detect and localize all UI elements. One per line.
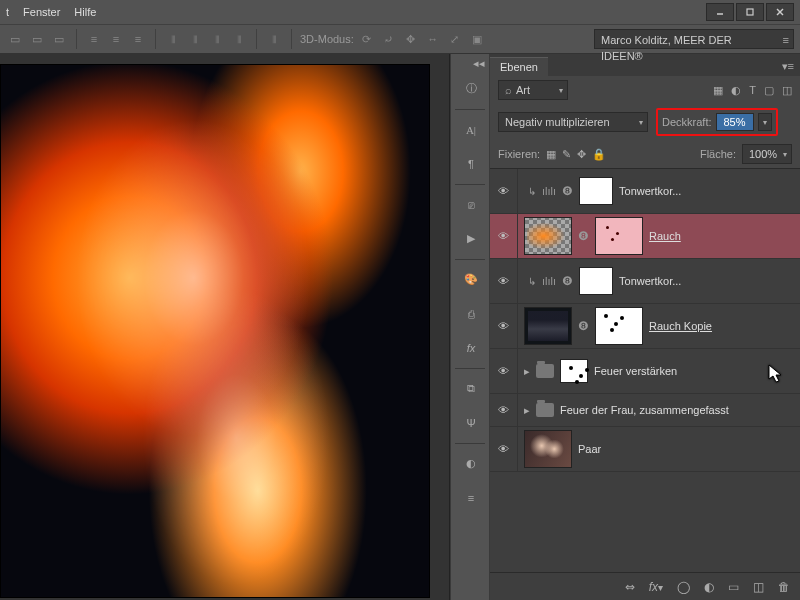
timeline-panel-icon[interactable]: ⎚ xyxy=(451,188,491,222)
layer-name[interactable]: Paar xyxy=(578,443,601,455)
lock-pixels-icon[interactable]: ✎ xyxy=(562,148,571,161)
filter-smart-icon[interactable]: ◫ xyxy=(782,84,792,97)
layer-row-group[interactable]: 👁 ▸ Feuer verstärken xyxy=(490,349,800,394)
delete-layer-icon[interactable]: 🗑 xyxy=(778,580,790,594)
layer-row[interactable]: 👁 Paar xyxy=(490,427,800,472)
disclosure-triangle-icon[interactable]: ▸ xyxy=(524,365,530,378)
opacity-label: Deckkraft: xyxy=(662,116,712,128)
visibility-toggle-icon[interactable]: 👁 xyxy=(490,394,518,426)
distribute-icon[interactable]: ⦀ xyxy=(208,30,226,48)
group-mask-thumbnail[interactable] xyxy=(560,359,588,383)
visibility-toggle-icon[interactable]: 👁 xyxy=(490,304,518,348)
actions-panel-icon[interactable]: ▶ xyxy=(451,222,491,256)
layer-mask-thumbnail[interactable] xyxy=(595,217,643,255)
align-icon[interactable]: ▭ xyxy=(50,30,68,48)
layer-name[interactable]: Rauch xyxy=(649,230,681,242)
new-adjustment-icon[interactable]: ◐ xyxy=(704,580,714,594)
align-icon[interactable]: ▭ xyxy=(6,30,24,48)
distribute-icon[interactable]: ≡ xyxy=(107,30,125,48)
fill-value-dropdown[interactable]: 100% xyxy=(742,144,792,164)
menu-item-fenster[interactable]: Fenster xyxy=(23,6,60,18)
disclosure-triangle-icon[interactable]: ▸ xyxy=(524,404,530,417)
roll-icon[interactable]: ⤾ xyxy=(380,30,398,48)
brushes-panel-icon[interactable]: ⎙ xyxy=(451,297,491,331)
lock-position-icon[interactable]: ✥ xyxy=(577,148,586,161)
lock-transparency-icon[interactable]: ▦ xyxy=(546,148,556,161)
camera-icon[interactable]: ▣ xyxy=(468,30,486,48)
mode-3d-label: 3D-Modus: xyxy=(300,33,354,45)
tool-presets-icon[interactable]: Ψ xyxy=(451,406,491,440)
properties-panel-icon[interactable]: ≡ xyxy=(451,481,491,515)
layer-mask-thumbnail[interactable] xyxy=(595,307,643,345)
panel-flyout-icon[interactable]: ▾≡ xyxy=(776,57,800,76)
clip-arrow-icon: ↳ xyxy=(528,186,536,197)
maximize-button[interactable] xyxy=(736,3,764,21)
new-group-icon[interactable]: ▭ xyxy=(728,580,739,594)
options-bar: ▭ ▭ ▭ ≡ ≡ ≡ ⦀ ⦀ ⦀ ⦀ ⦀ 3D-Modus: ⟳ ⤾ ✥ ↔ … xyxy=(0,24,800,54)
document-canvas[interactable] xyxy=(0,64,430,598)
visibility-toggle-icon[interactable]: 👁 xyxy=(490,259,518,303)
visibility-toggle-icon[interactable]: 👁 xyxy=(490,169,518,213)
link-layers-icon[interactable]: ⇔ xyxy=(625,580,635,594)
filter-pixel-icon[interactable]: ▦ xyxy=(713,84,723,97)
orbit-icon[interactable]: ⟳ xyxy=(358,30,376,48)
layer-row-group[interactable]: 👁 ▸ Feuer der Frau, zusammengefasst xyxy=(490,394,800,427)
opacity-highlight-box: Deckkraft: ▾ xyxy=(656,108,778,136)
layer-filter-kind[interactable]: Art xyxy=(498,80,568,100)
layer-name[interactable]: Tonwertkor... xyxy=(619,185,681,197)
menu-item-truncated[interactable]: t xyxy=(6,6,9,18)
info-panel-icon[interactable]: ⓘ xyxy=(451,72,491,106)
close-button[interactable] xyxy=(766,3,794,21)
link-icon: ❽ xyxy=(578,319,589,333)
menu-item-hilfe[interactable]: Hilfe xyxy=(74,6,96,18)
layer-thumbnail[interactable] xyxy=(524,307,572,345)
add-mask-icon[interactable]: ◯ xyxy=(677,580,690,594)
lock-all-icon[interactable]: 🔒 xyxy=(592,148,606,161)
styles-panel-icon[interactable]: fx xyxy=(451,331,491,365)
distribute-icon[interactable]: ⦀ xyxy=(265,30,283,48)
dock-collapse-icon[interactable]: ◂◂ xyxy=(451,54,489,72)
menu-bar: t Fenster Hilfe xyxy=(6,6,96,18)
swatches-panel-icon[interactable]: 🎨 xyxy=(451,263,491,297)
adjustments-panel-icon[interactable]: ◐ xyxy=(451,447,491,481)
layer-mask-thumbnail[interactable] xyxy=(579,177,613,205)
layer-name[interactable]: Tonwertkor... xyxy=(619,275,681,287)
visibility-toggle-icon[interactable]: 👁 xyxy=(490,427,518,471)
pan-icon[interactable]: ✥ xyxy=(402,30,420,48)
filter-shape-icon[interactable]: ▢ xyxy=(764,84,774,97)
slide-icon[interactable]: ↔ xyxy=(424,30,442,48)
layers-tab[interactable]: Ebenen xyxy=(490,57,548,76)
layer-effects-icon[interactable]: fx▾ xyxy=(649,580,663,594)
layer-row[interactable]: 👁 ↳ ılılı ❽ Tonwertkor... xyxy=(490,169,800,214)
clone-panel-icon[interactable]: ⧉ xyxy=(451,372,491,406)
filter-type-icon[interactable]: T xyxy=(749,84,756,97)
new-layer-icon[interactable]: ◫ xyxy=(753,580,764,594)
distribute-icon[interactable]: ≡ xyxy=(129,30,147,48)
user-dropdown[interactable]: Marco Kolditz, MEER DER IDEEN® xyxy=(594,29,794,49)
blend-mode-dropdown[interactable]: Negativ multiplizieren xyxy=(498,112,648,132)
distribute-icon[interactable]: ≡ xyxy=(85,30,103,48)
scale-icon[interactable]: ⤢ xyxy=(446,30,464,48)
layer-name[interactable]: Feuer der Frau, zusammengefasst xyxy=(560,404,729,416)
character-panel-icon[interactable]: A| xyxy=(451,113,491,147)
distribute-icon[interactable]: ⦀ xyxy=(230,30,248,48)
layer-row[interactable]: 👁 ❽ Rauch Kopie xyxy=(490,304,800,349)
align-icon[interactable]: ▭ xyxy=(28,30,46,48)
svg-rect-1 xyxy=(747,9,753,15)
visibility-toggle-icon[interactable]: 👁 xyxy=(490,214,518,258)
layer-name[interactable]: Feuer verstärken xyxy=(594,365,677,377)
layer-row[interactable]: 👁 ↳ ılılı ❽ Tonwertkor... xyxy=(490,259,800,304)
layer-mask-thumbnail[interactable] xyxy=(579,267,613,295)
layer-name[interactable]: Rauch Kopie xyxy=(649,320,712,332)
distribute-icon[interactable]: ⦀ xyxy=(164,30,182,48)
layer-row-selected[interactable]: 👁 ❽ Rauch xyxy=(490,214,800,259)
layer-thumbnail[interactable] xyxy=(524,217,572,255)
filter-adjustment-icon[interactable]: ◐ xyxy=(731,84,741,97)
visibility-toggle-icon[interactable]: 👁 xyxy=(490,349,518,393)
paragraph-panel-icon[interactable]: ¶ xyxy=(451,147,491,181)
opacity-slider-arrow[interactable]: ▾ xyxy=(758,113,772,131)
minimize-button[interactable] xyxy=(706,3,734,21)
opacity-input[interactable] xyxy=(716,113,754,131)
distribute-icon[interactable]: ⦀ xyxy=(186,30,204,48)
layer-thumbnail[interactable] xyxy=(524,430,572,468)
